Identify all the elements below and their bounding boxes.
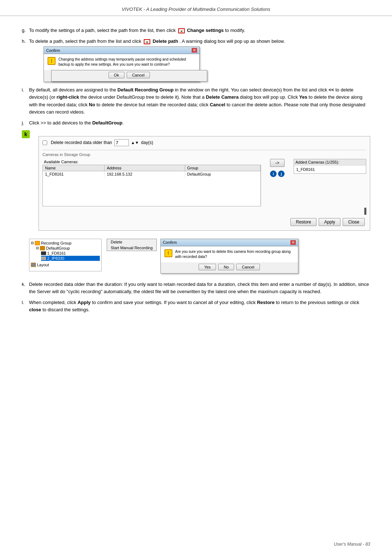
tree-item-defaultgroup[interactable]: ⊟ DefaultGroup [36, 246, 100, 251]
page-header: VIVOTEK - A Leading Provider of Multimed… [0, 0, 392, 16]
added-cameras-label: Added Cameras (1/255): [294, 159, 366, 165]
camera-icon-2 [41, 257, 46, 260]
delete-label: Delete recorded data older than [51, 140, 112, 145]
header-title: VIVOTEK - A Leading Provider of Multimed… [122, 7, 270, 12]
available-cameras-panel: Available Cameras: Name Address Group [42, 159, 261, 206]
cameras-list-body: 1_FD8161 192.168.5.132 DefaultGroup [43, 171, 261, 206]
page-content: g. To modify the settings of a path, sel… [0, 16, 392, 339]
folder-icon-2 [40, 246, 45, 250]
confirm-dialog-title-text: Confirm [46, 48, 60, 53]
tree-item-layout[interactable]: Layout [31, 262, 100, 267]
confirm-dialog-2: Confirm ✕ ! Are you sure you want to del… [160, 239, 298, 274]
camera-group: DefaultGroup [185, 171, 260, 177]
camera-icon-1 [41, 251, 46, 255]
cameras-arrows: -> i j [265, 159, 290, 177]
instruction-g: g. To modify the settings of a path, sel… [22, 27, 370, 34]
tree-panel: ⊟ Recording Group ⊟ DefaultGroup 1_FD816… [29, 239, 102, 271]
tree-root[interactable]: ⊟ Recording Group [31, 241, 100, 246]
camera-name: 1_FD8161 [43, 171, 105, 177]
instruction-j: j. Click >> to add devices to the Defaul… [22, 119, 370, 127]
tree-defaultgroup: ⊟ DefaultGroup 1_FD8161 2_IP8330 [36, 246, 100, 261]
delete-path-icon: ✕ [144, 39, 150, 44]
context-menu-delete[interactable]: Delete [107, 239, 156, 245]
annotation-k: k [22, 130, 30, 138]
spinners: ▲▼ [131, 140, 139, 145]
change-settings-icon: ✕ [178, 28, 185, 33]
footer-text: User's Manual - 83 [334, 542, 370, 547]
instruction-j-text: Click >> to add devices to the DefaultGr… [29, 119, 370, 127]
instruction-l: l. When completed, click Apply to confir… [22, 299, 370, 313]
confirm-dialog-text: Changing the address settings may tempor… [58, 57, 196, 67]
restore-button[interactable]: Restore [290, 218, 317, 226]
col-address: Address [105, 165, 185, 171]
added-cameras-panel: Added Cameras (1/255): 1_FD8161 [294, 159, 366, 174]
close-button[interactable]: Close [343, 218, 365, 226]
add-camera-button[interactable]: -> [270, 159, 285, 167]
instruction-i-label: i. [22, 86, 29, 94]
instruction-g-label: g. [22, 27, 29, 34]
tree-defaultgroup-label: DefaultGroup [46, 246, 70, 250]
instruction-i: i. By default, all devices are assigned … [22, 86, 370, 116]
apply-button[interactable]: Apply [319, 218, 340, 226]
warning-icon: ! [48, 57, 56, 65]
tree-item-fd8161[interactable]: 1_FD8161 [41, 251, 100, 256]
context-menu: Delete Start Manual Recording [107, 239, 157, 251]
context-menu-start-recording[interactable]: Start Manual Recording [107, 245, 156, 251]
confirm2-no-button[interactable]: No [218, 264, 234, 270]
instruction-k-text: Delete recorded data older than the dura… [29, 281, 370, 295]
camera-address: 192.168.5.132 [105, 171, 185, 177]
confirm-dialog-close[interactable]: ✕ [192, 48, 197, 53]
instruction-k: k. Delete recorded data older than the d… [22, 281, 370, 295]
tree-layout-label: Layout [37, 263, 49, 267]
delete-checkbox[interactable] [42, 140, 47, 145]
cameras-table: Name Address Group 1_FD8161 192.168.5.13… [43, 165, 261, 206]
instruction-h-text: To delete a path, select the path from t… [29, 38, 370, 45]
page-footer: User's Manual - 83 [334, 542, 370, 547]
expand-icon-2: ⊟ [36, 246, 39, 250]
instruction-h-label: h. [22, 38, 29, 45]
tree-cameras: 1_FD8161 2_IP8330 [41, 251, 100, 261]
table-row[interactable]: 1_FD8161 192.168.5.132 DefaultGroup [43, 171, 261, 177]
confirm-dialog2-buttons: Yes No Cancel [161, 262, 298, 273]
instruction-l-label: l. [22, 299, 29, 306]
confirm-dialog2-close[interactable]: ✕ [290, 240, 296, 245]
confirm-dialog2-text: Are you sure you want to delete this cam… [175, 249, 294, 259]
col-name: Name [43, 165, 105, 171]
confirm-dialog2-body: ! Are you sure you want to delete this c… [161, 246, 298, 262]
instruction-l-text: When completed, click Apply to confirm a… [29, 299, 370, 313]
ann-i-circle: i [270, 171, 277, 177]
tree-item-ip8330[interactable]: 2_IP8330 [41, 256, 100, 261]
confirm-dialog-h: Confirm ✕ ! Changing the address setting… [44, 46, 200, 82]
delete-row: Delete recorded data older than ▲▼ day(s… [42, 139, 366, 146]
confirm-dialog2-title: Confirm ✕ [161, 239, 298, 246]
day-unit: day(s) [141, 140, 153, 145]
confirm-dialog-body: ! Changing the address settings may temp… [44, 54, 199, 70]
tree-ip8330-label: 2_IP8330 [47, 256, 64, 260]
tree-root-label: Recording Group [41, 241, 72, 245]
tree-fd8161-label: 1_FD8161 [47, 251, 66, 255]
delete-days-input[interactable] [114, 139, 129, 146]
warning-icon-2: ! [164, 249, 172, 257]
folder-icon [35, 241, 40, 245]
confirm-cancel-button[interactable]: Cancel [127, 72, 150, 78]
cameras-table-container: Name Address Group 1_FD8161 192.168.5.13… [42, 165, 261, 206]
confirm-ok-button[interactable]: Ok [109, 72, 124, 78]
folder-icon-layout [31, 263, 36, 267]
available-cameras-label: Available Cameras: [42, 159, 261, 165]
list-item[interactable]: 1_FD8161 [296, 167, 364, 172]
confirm-dialog2-title-text: Confirm [163, 240, 177, 245]
confirm-dialog2-wrap: Confirm ✕ ! Are you sure you want to del… [160, 239, 370, 274]
bottom-buttons: Restore Apply Close [42, 218, 366, 226]
storage-panel: Delete recorded data older than ▲▼ day(s… [38, 136, 370, 231]
bottom-section: ⊟ Recording Group ⊟ DefaultGroup 1_FD816… [29, 239, 370, 274]
instruction-i-text: By default, all devices are assigned to … [29, 86, 370, 116]
instruction-j-label: j. [22, 119, 29, 127]
confirm2-yes-button[interactable]: Yes [199, 264, 216, 270]
instruction-k-label: k. [22, 281, 29, 288]
col-group: Group [185, 165, 260, 171]
instruction-h: h. To delete a path, select the path fro… [22, 38, 370, 45]
confirm2-cancel-button[interactable]: Cancel [236, 264, 260, 270]
added-cameras-list: 1_FD8161 [294, 165, 366, 173]
cameras-section-label: Cameras in Storage Group [42, 150, 366, 157]
confirm-dialog-title: Confirm ✕ [44, 47, 199, 54]
